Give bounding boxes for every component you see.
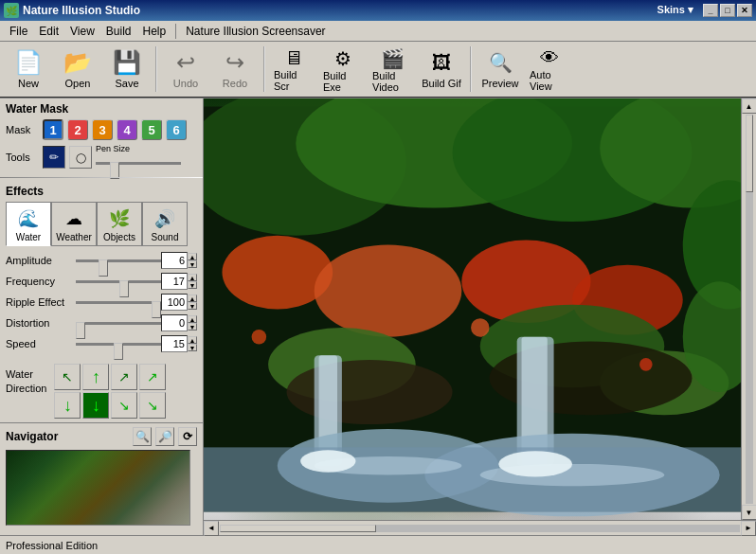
preview-icon: 🔍 [485, 47, 515, 78]
mask-btn-3[interactable]: 3 [92, 119, 113, 140]
menu-view[interactable]: View [64, 23, 100, 40]
build-video-button[interactable]: 🎬 Build Video [369, 45, 415, 94]
mask-btn-1[interactable]: 1 [43, 119, 63, 140]
frequency-label: Frequency [6, 276, 76, 287]
ripple-down[interactable]: ▼ [188, 302, 197, 310]
svg-point-27 [498, 451, 572, 476]
close-button[interactable]: ✕ [737, 4, 752, 17]
menu-file[interactable]: File [4, 23, 33, 40]
water-mask-title: Water Mask [6, 102, 197, 116]
direction-controls: ↖ ↑ ↗ ↗ ↓ ↓ ↘ ↘ [54, 364, 166, 419]
horizontal-scrollbar: ◄ ► [204, 520, 756, 535]
dir-down-right[interactable]: ↘ [111, 392, 137, 419]
mask-btn-6[interactable]: 6 [166, 119, 187, 140]
build-exe-label: Build Exe [323, 70, 363, 93]
tab-objects[interactable]: 🌿 Objects [97, 202, 142, 246]
ripple-slider[interactable] [76, 295, 161, 310]
tab-water[interactable]: 🌊 Water [6, 202, 51, 246]
redo-icon: ↪ [220, 47, 250, 78]
menu-help[interactable]: Help [137, 23, 172, 40]
tab-sound[interactable]: 🔊 Sound [142, 202, 188, 246]
amplitude-label: Amplitude [6, 255, 76, 266]
auto-view-button[interactable]: 👁 Auto View [527, 45, 572, 94]
minimize-button[interactable]: _ [703, 4, 718, 17]
skins-label[interactable]: Skins ▾ [657, 4, 693, 17]
zoom-reset-button[interactable]: ⟳ [178, 427, 197, 446]
vertical-scrollbar: ▲ ▼ [741, 98, 756, 520]
frequency-slider[interactable] [76, 274, 161, 289]
menu-build[interactable]: Build [100, 23, 137, 40]
dir-down[interactable]: ↓ [82, 392, 109, 419]
dir-right-up[interactable]: ↗ [139, 364, 166, 390]
undo-icon: ↩ [171, 47, 201, 78]
scroll-up-button[interactable]: ▲ [742, 98, 757, 114]
app-title: Nature Illusion Studio [23, 4, 140, 17]
preview-button[interactable]: 🔍 Preview [477, 45, 523, 94]
distortion-up[interactable]: ▲ [188, 315, 197, 323]
speed-slider[interactable] [76, 336, 161, 351]
pen-size-slider[interactable] [96, 155, 181, 170]
pen-tool-button[interactable]: ✏ [43, 146, 65, 169]
v-scroll-thumb[interactable] [746, 115, 753, 192]
amplitude-value: 6 [161, 252, 188, 269]
new-button[interactable]: 📄 New [6, 45, 51, 94]
objects-tab-label: Objects [103, 232, 135, 242]
undo-button[interactable]: ↩ Undo [163, 45, 208, 94]
auto-view-icon: 👁 [534, 47, 565, 69]
scroll-right-button[interactable]: ► [741, 521, 756, 536]
build-video-label: Build Video [372, 70, 412, 93]
amplitude-down[interactable]: ▼ [188, 260, 197, 268]
dir-right-down[interactable]: ↘ [139, 392, 166, 419]
eraser-tool-button[interactable]: ◯ [69, 146, 92, 169]
frequency-up[interactable]: ▲ [188, 274, 197, 281]
menu-edit[interactable]: Edit [33, 23, 64, 40]
distortion-down[interactable]: ▼ [188, 323, 197, 331]
v-scroll-track[interactable] [746, 115, 753, 504]
amplitude-up[interactable]: ▲ [188, 253, 197, 260]
divider-1 [0, 177, 203, 178]
menu-screensaver[interactable]: Nature Illusion Screensaver [180, 23, 331, 40]
speed-row: Speed 15 ▲ ▼ [6, 335, 197, 352]
build-exe-button[interactable]: ⚙ Build Exe [320, 45, 366, 94]
dir-up[interactable]: ↑ [82, 364, 109, 390]
h-scroll-thumb[interactable] [220, 525, 376, 532]
pen-size-label: Pen Size [96, 144, 181, 153]
nature-scene-svg [204, 98, 741, 520]
save-button[interactable]: 💾 Save [104, 45, 150, 94]
speed-down[interactable]: ▼ [188, 344, 197, 351]
mask-btn-2[interactable]: 2 [67, 119, 88, 140]
zoom-out-button[interactable]: 🔍 [133, 427, 152, 446]
open-button[interactable]: 📂 Open [55, 45, 100, 94]
direction-row-2: ↓ ↓ ↘ ↘ [54, 392, 166, 419]
tools-label: Tools [6, 152, 39, 163]
amplitude-slider[interactable] [76, 253, 161, 268]
dir-up-right[interactable]: ↗ [111, 364, 137, 390]
redo-label: Redo [223, 78, 247, 89]
toolbar-sep-2 [263, 46, 265, 92]
distortion-slider[interactable] [76, 315, 161, 331]
mask-btn-4[interactable]: 4 [117, 119, 137, 140]
frequency-down[interactable]: ▼ [188, 281, 197, 289]
scroll-down-button[interactable]: ▼ [742, 505, 757, 520]
scroll-left-button[interactable]: ◄ [204, 521, 219, 536]
effects-title: Effects [6, 185, 197, 198]
dir-down-left[interactable]: ↓ [54, 392, 81, 419]
build-gif-icon: 🖼 [426, 47, 457, 78]
menu-bar: File Edit View Build Help Nature Illusio… [0, 21, 756, 42]
speed-up[interactable]: ▲ [188, 336, 197, 344]
tab-weather[interactable]: ☁ Weather [51, 202, 97, 246]
weather-tab-icon: ☁ [61, 206, 87, 232]
maximize-button[interactable]: □ [720, 4, 735, 17]
ripple-up[interactable]: ▲ [188, 295, 197, 302]
new-label: New [18, 78, 39, 89]
build-scr-button[interactable]: 🖥 Build Scr [271, 45, 316, 94]
redo-button[interactable]: ↪ Redo [212, 45, 258, 94]
build-gif-button[interactable]: 🖼 Build Gif [419, 45, 464, 94]
zoom-in-button[interactable]: 🔎 [155, 427, 174, 446]
title-controls: Skins ▾ _ □ ✕ [657, 4, 752, 17]
dir-up-left[interactable]: ↖ [54, 364, 81, 390]
h-scroll-track[interactable] [220, 525, 740, 532]
mask-btn-5[interactable]: 5 [141, 119, 162, 140]
water-mask-section: Water Mask Mask 1 2 3 4 5 6 Tools ✏ ◯ Pe… [0, 98, 203, 174]
new-icon: 📄 [13, 47, 44, 78]
